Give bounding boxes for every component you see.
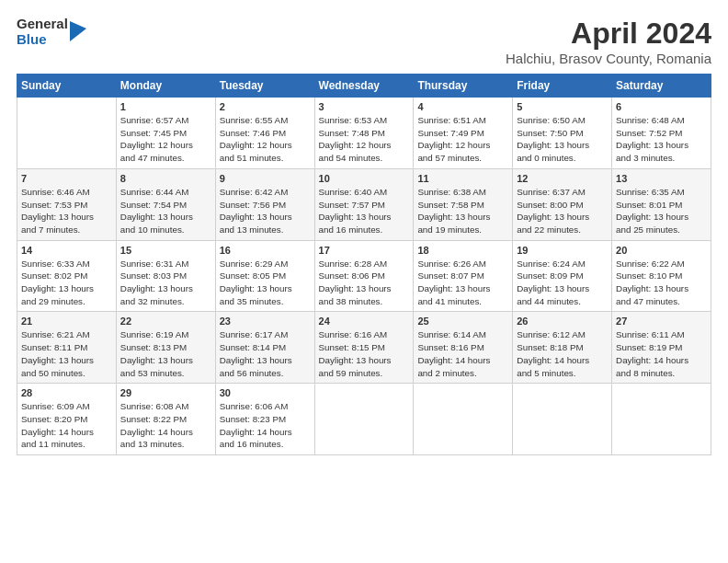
day-info: Sunrise: 6:26 AM Sunset: 8:07 PM Dayligh… — [417, 258, 508, 308]
day-number: 20 — [616, 245, 707, 256]
calendar-body: 1Sunrise: 6:57 AM Sunset: 7:45 PM Daylig… — [17, 98, 711, 455]
calendar-cell: 22Sunrise: 6:19 AM Sunset: 8:13 PM Dayli… — [116, 312, 215, 384]
day-info: Sunrise: 6:55 AM Sunset: 7:46 PM Dayligh… — [220, 114, 311, 165]
calendar-cell: 27Sunrise: 6:11 AM Sunset: 8:19 PM Dayli… — [612, 312, 711, 384]
calendar-cell — [612, 384, 711, 455]
title-block: April 2024 Halchiu, Brasov County, Roman… — [506, 17, 711, 66]
header-cell-saturday: Saturday — [612, 75, 711, 98]
day-number: 19 — [517, 245, 608, 256]
logo-line1: General — [17, 17, 68, 32]
calendar-cell: 8Sunrise: 6:44 AM Sunset: 7:54 PM Daylig… — [116, 168, 215, 240]
day-info: Sunrise: 6:46 AM Sunset: 7:53 PM Dayligh… — [21, 186, 112, 236]
calendar-cell: 29Sunrise: 6:08 AM Sunset: 8:22 PM Dayli… — [116, 384, 215, 455]
header-cell-tuesday: Tuesday — [215, 75, 314, 98]
day-number: 9 — [220, 173, 311, 184]
day-number: 11 — [417, 173, 508, 184]
calendar-cell — [414, 384, 513, 455]
calendar-cell — [513, 384, 612, 455]
calendar-cell: 4Sunrise: 6:51 AM Sunset: 7:49 PM Daylig… — [414, 98, 513, 169]
day-info: Sunrise: 6:37 AM Sunset: 8:00 PM Dayligh… — [517, 186, 608, 236]
day-number: 23 — [220, 316, 311, 327]
header-cell-sunday: Sunday — [17, 75, 117, 98]
day-info: Sunrise: 6:19 AM Sunset: 8:13 PM Dayligh… — [120, 328, 211, 379]
day-info: Sunrise: 6:57 AM Sunset: 7:45 PM Dayligh… — [120, 114, 211, 165]
day-info: Sunrise: 6:12 AM Sunset: 8:18 PM Dayligh… — [517, 328, 608, 379]
day-info: Sunrise: 6:33 AM Sunset: 8:02 PM Dayligh… — [21, 258, 112, 308]
day-number: 10 — [319, 173, 410, 184]
calendar-cell: 26Sunrise: 6:12 AM Sunset: 8:18 PM Dayli… — [513, 312, 612, 384]
calendar-week-5: 28Sunrise: 6:09 AM Sunset: 8:20 PM Dayli… — [17, 384, 711, 455]
day-info: Sunrise: 6:38 AM Sunset: 7:58 PM Dayligh… — [417, 186, 508, 236]
calendar-cell: 2Sunrise: 6:55 AM Sunset: 7:46 PM Daylig… — [215, 98, 314, 169]
calendar-cell: 28Sunrise: 6:09 AM Sunset: 8:20 PM Dayli… — [17, 384, 117, 455]
day-number: 16 — [220, 245, 311, 256]
calendar-cell: 23Sunrise: 6:17 AM Sunset: 8:14 PM Dayli… — [215, 312, 314, 384]
calendar-cell: 18Sunrise: 6:26 AM Sunset: 8:07 PM Dayli… — [414, 240, 513, 312]
calendar-cell: 11Sunrise: 6:38 AM Sunset: 7:58 PM Dayli… — [414, 168, 513, 240]
calendar-cell: 20Sunrise: 6:22 AM Sunset: 8:10 PM Dayli… — [612, 240, 711, 312]
calendar-cell: 24Sunrise: 6:16 AM Sunset: 8:15 PM Dayli… — [314, 312, 414, 384]
day-info: Sunrise: 6:08 AM Sunset: 8:22 PM Dayligh… — [120, 400, 211, 451]
day-info: Sunrise: 6:48 AM Sunset: 7:52 PM Dayligh… — [616, 114, 707, 165]
calendar-cell: 15Sunrise: 6:31 AM Sunset: 8:03 PM Dayli… — [116, 240, 215, 312]
calendar-cell: 21Sunrise: 6:21 AM Sunset: 8:11 PM Dayli… — [17, 312, 117, 384]
calendar-cell: 25Sunrise: 6:14 AM Sunset: 8:16 PM Dayli… — [414, 312, 513, 384]
day-number: 17 — [319, 245, 410, 256]
calendar-cell: 6Sunrise: 6:48 AM Sunset: 7:52 PM Daylig… — [612, 98, 711, 169]
calendar-week-4: 21Sunrise: 6:21 AM Sunset: 8:11 PM Dayli… — [17, 312, 711, 384]
day-number: 2 — [220, 101, 311, 112]
calendar-cell: 13Sunrise: 6:35 AM Sunset: 8:01 PM Dayli… — [612, 168, 711, 240]
day-info: Sunrise: 6:53 AM Sunset: 7:48 PM Dayligh… — [319, 114, 410, 165]
day-number: 4 — [417, 101, 508, 112]
calendar-cell: 1Sunrise: 6:57 AM Sunset: 7:45 PM Daylig… — [116, 98, 215, 169]
day-number: 21 — [21, 316, 112, 327]
day-info: Sunrise: 6:17 AM Sunset: 8:14 PM Dayligh… — [220, 328, 311, 379]
day-info: Sunrise: 6:16 AM Sunset: 8:15 PM Dayligh… — [319, 328, 410, 379]
calendar-cell: 19Sunrise: 6:24 AM Sunset: 8:09 PM Dayli… — [513, 240, 612, 312]
header-cell-wednesday: Wednesday — [314, 75, 414, 98]
header-row: SundayMondayTuesdayWednesdayThursdayFrid… — [17, 75, 711, 98]
day-info: Sunrise: 6:42 AM Sunset: 7:56 PM Dayligh… — [220, 186, 311, 236]
header-cell-thursday: Thursday — [414, 75, 513, 98]
calendar-cell: 5Sunrise: 6:50 AM Sunset: 7:50 PM Daylig… — [513, 98, 612, 169]
day-info: Sunrise: 6:31 AM Sunset: 8:03 PM Dayligh… — [120, 258, 211, 308]
day-number: 1 — [120, 101, 211, 112]
svg-marker-0 — [70, 21, 86, 41]
day-info: Sunrise: 6:44 AM Sunset: 7:54 PM Dayligh… — [120, 186, 211, 236]
logo-icon — [70, 21, 86, 41]
calendar-cell: 17Sunrise: 6:28 AM Sunset: 8:06 PM Dayli… — [314, 240, 414, 312]
day-number: 13 — [616, 173, 707, 184]
day-info: Sunrise: 6:21 AM Sunset: 8:11 PM Dayligh… — [21, 328, 112, 379]
calendar-week-1: 1Sunrise: 6:57 AM Sunset: 7:45 PM Daylig… — [17, 98, 711, 169]
day-number: 24 — [319, 316, 410, 327]
day-info: Sunrise: 6:06 AM Sunset: 8:23 PM Dayligh… — [220, 400, 311, 451]
calendar-header: SundayMondayTuesdayWednesdayThursdayFrid… — [17, 75, 711, 98]
day-number: 6 — [616, 101, 707, 112]
header-cell-monday: Monday — [116, 75, 215, 98]
logo-line2: Blue — [17, 32, 68, 48]
day-number: 28 — [21, 387, 112, 398]
day-number: 3 — [319, 101, 410, 112]
day-number: 15 — [120, 245, 211, 256]
calendar-cell: 7Sunrise: 6:46 AM Sunset: 7:53 PM Daylig… — [17, 168, 117, 240]
day-number: 27 — [616, 316, 707, 327]
calendar-cell: 12Sunrise: 6:37 AM Sunset: 8:00 PM Dayli… — [513, 168, 612, 240]
day-info: Sunrise: 6:24 AM Sunset: 8:09 PM Dayligh… — [517, 258, 608, 308]
calendar-cell: 10Sunrise: 6:40 AM Sunset: 7:57 PM Dayli… — [314, 168, 414, 240]
calendar-cell — [17, 98, 117, 169]
day-number: 14 — [21, 245, 112, 256]
calendar-cell: 16Sunrise: 6:29 AM Sunset: 8:05 PM Dayli… — [215, 240, 314, 312]
day-info: Sunrise: 6:14 AM Sunset: 8:16 PM Dayligh… — [417, 328, 508, 379]
calendar-cell: 3Sunrise: 6:53 AM Sunset: 7:48 PM Daylig… — [314, 98, 414, 169]
day-number: 7 — [21, 173, 112, 184]
day-info: Sunrise: 6:35 AM Sunset: 8:01 PM Dayligh… — [616, 186, 707, 236]
day-number: 22 — [120, 316, 211, 327]
day-info: Sunrise: 6:29 AM Sunset: 8:05 PM Dayligh… — [220, 258, 311, 308]
day-number: 5 — [517, 101, 608, 112]
day-number: 12 — [517, 173, 608, 184]
day-number: 8 — [120, 173, 211, 184]
day-info: Sunrise: 6:09 AM Sunset: 8:20 PM Dayligh… — [21, 400, 112, 451]
page-title: April 2024 — [506, 17, 711, 51]
header-cell-friday: Friday — [513, 75, 612, 98]
calendar-cell: 14Sunrise: 6:33 AM Sunset: 8:02 PM Dayli… — [17, 240, 117, 312]
